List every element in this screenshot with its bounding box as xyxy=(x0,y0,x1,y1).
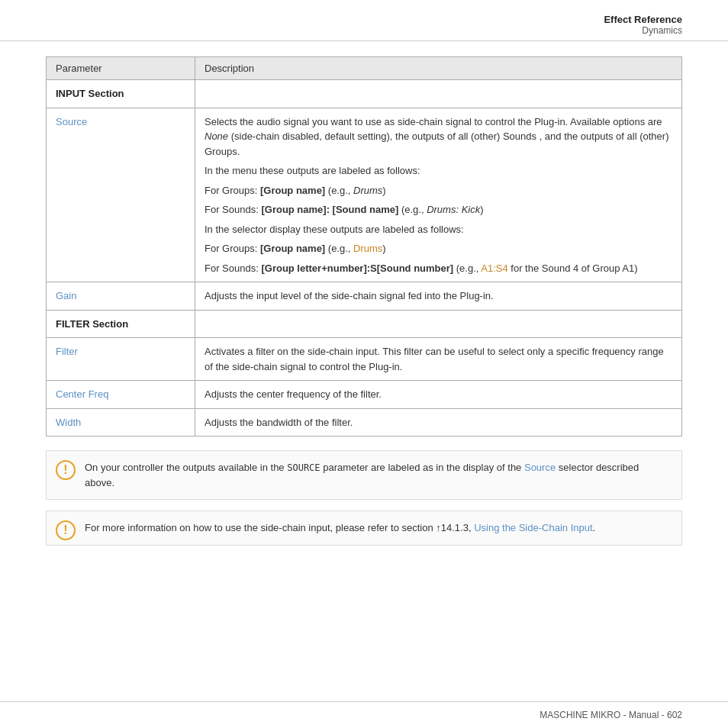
notice2-link[interactable]: Using the Side-Chain Input xyxy=(474,522,592,533)
col-header-desc: Description xyxy=(195,57,682,80)
table-row: INPUT Section xyxy=(47,80,682,108)
table-row: Gain Adjusts the input level of the side… xyxy=(47,282,682,311)
desc-filter: Activates a filter on the side-chain inp… xyxy=(195,338,682,381)
notice-icon-1: ! xyxy=(56,460,76,480)
section-header-input-desc xyxy=(195,80,682,108)
header-title: Effect Reference xyxy=(46,14,682,25)
desc-width: Adjusts the bandwidth of the filter. xyxy=(195,408,682,436)
svg-text:!: ! xyxy=(63,463,67,476)
param-center-freq: Center Freq xyxy=(47,381,195,409)
table-row: Source Selects the audio signal you want… xyxy=(47,108,682,282)
table-row: Width Adjusts the bandwidth of the filte… xyxy=(47,408,682,436)
desc-gain: Adjusts the input level of the side-chai… xyxy=(195,282,682,311)
notice-box-2: ! For more information on how to use the… xyxy=(46,511,682,546)
section-header-filter: FILTER Section xyxy=(47,310,195,338)
param-filter: Filter xyxy=(47,338,195,381)
footer-text: MASCHINE MIKRO - Manual - 602 xyxy=(540,710,682,720)
a1s4-link[interactable]: A1:S4 xyxy=(481,263,507,274)
section-header-filter-desc xyxy=(195,310,682,338)
table-row: Center Freq Adjusts the center frequency… xyxy=(47,381,682,409)
page-header: Effect Reference Dynamics xyxy=(0,0,728,41)
center-freq-link[interactable]: Center Freq xyxy=(56,388,108,400)
svg-text:!: ! xyxy=(63,523,67,536)
source-link[interactable]: Source xyxy=(56,116,87,127)
parameter-table: Parameter Description INPUT Section Sour… xyxy=(46,56,682,436)
notice1-source-link[interactable]: Source xyxy=(524,462,556,473)
param-source: Source xyxy=(47,108,195,282)
page-footer: MASCHINE MIKRO - Manual - 602 xyxy=(0,701,728,728)
main-content: Parameter Description INPUT Section Sour… xyxy=(0,41,728,572)
notice2-text-before: For more information on how to use the s… xyxy=(85,522,474,533)
notice1-text-before: On your controller the outputs available… xyxy=(85,462,287,473)
notice1-code: SOURCE xyxy=(287,462,320,473)
page-container: Effect Reference Dynamics Parameter Desc… xyxy=(0,0,728,728)
table-row: Filter Activates a filter on the side-ch… xyxy=(47,338,682,381)
drums-link[interactable]: Drums xyxy=(353,243,382,254)
desc-source: Selects the audio signal you want to use… xyxy=(195,108,682,282)
header-subtitle: Dynamics xyxy=(46,25,682,36)
param-width: Width xyxy=(47,408,195,436)
width-link[interactable]: Width xyxy=(56,417,81,428)
desc-center-freq: Adjusts the center frequency of the filt… xyxy=(195,381,682,409)
section-header-input: INPUT Section xyxy=(47,80,195,108)
gain-link[interactable]: Gain xyxy=(56,290,76,301)
notice1-text-middle: parameter are labeled as in the display … xyxy=(321,462,524,473)
table-row: FILTER Section xyxy=(47,310,682,338)
notice2-text-after: . xyxy=(593,522,596,533)
col-header-param: Parameter xyxy=(47,57,195,80)
filter-link[interactable]: Filter xyxy=(56,346,78,357)
notice-icon-2: ! xyxy=(56,520,76,540)
notice-box-1: ! On your controller the outputs availab… xyxy=(46,450,682,500)
param-gain: Gain xyxy=(47,282,195,311)
